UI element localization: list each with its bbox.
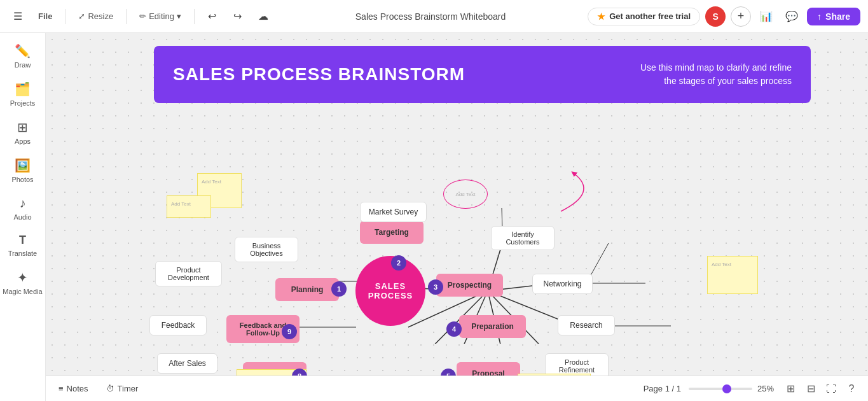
zoom-thumb [722,384,731,393]
after-sales-label: After Sales [169,359,206,368]
sidebar-item-translate[interactable]: T Translate [0,229,45,262]
magic-media-icon: ✦ [17,270,28,285]
pink-oval-note[interactable]: Add Text [443,179,488,209]
product-refinement-label: ProductRefinement [559,358,595,374]
node-planning[interactable]: Planning [275,278,339,301]
node-feedback-sub[interactable]: Feedback [149,315,207,335]
menu-button[interactable]: ☰ [8,6,28,27]
header-banner: SALES PROCESS BRAINSTORM Use this mind m… [154,46,811,103]
market-survey-label: Market Survey [369,208,418,216]
node-proposal[interactable]: Proposal [457,362,520,376]
resize-icon: ⤢ [78,11,85,21]
node-preparation[interactable]: Preparation [459,315,526,338]
zoom-controls: 25% [689,384,774,393]
undo-button[interactable]: ↩ [202,6,223,27]
badge-5: 5 [441,369,456,376]
timer-label: Timer [118,384,139,393]
translate-icon: T [19,234,26,247]
bottom-bar: ≡ Notes ⏱ Timer Page 1 / 1 25% ⊞ ⊟ ⛶ ? [46,376,868,401]
toolbar: ☰ File ⤢ Resize ✏ Editing ▾ ↩ ↪ ☁ Sales … [0,0,868,33]
sidebar-item-apps[interactable]: ⊞ Apps [0,115,45,150]
badge-1: 1 [331,281,347,297]
sidebar-draw-label: Draw [15,61,31,69]
sticky-note-right[interactable]: Add Text [707,256,758,294]
comments-button[interactable]: 💬 [782,6,802,27]
canvas-area[interactable]: SALES PROCESS BRAINSTORM Use this mind m… [46,33,868,401]
apps-icon: ⊞ [17,120,28,135]
node-business-objectives[interactable]: BusinessObjectives [235,237,298,262]
trial-button[interactable]: ★ Get another free trial [588,8,700,25]
list-view-button[interactable]: ⊟ [802,380,820,398]
sidebar-item-draw[interactable]: ✏️ Draw [0,38,45,74]
sticky-note-right-text: Add Text [712,262,731,267]
research-label: Research [570,321,602,330]
divider-1 [65,9,65,24]
badge-9: 9 [282,324,297,339]
view-icons: ⊞ ⊟ ⛶ ? [782,380,860,398]
proposal-label: Proposal [472,369,504,376]
sidebar-apps-label: Apps [15,137,31,145]
zoom-slider[interactable] [689,388,752,390]
planning-label: Planning [291,285,324,294]
business-objectives-label: BusinessObjectives [250,242,282,257]
center-node[interactable]: SALESPROCESS [355,256,425,326]
sidebar-item-photos[interactable]: 🖼️ Photos [0,153,45,188]
chevron-down-icon: ▾ [177,11,181,21]
identify-customers-label: IdentifyCustomers [506,230,539,246]
draw-icon: ✏️ [15,43,31,59]
node-targeting[interactable]: Targeting [360,221,424,244]
projects-icon: 🗂️ [15,81,31,97]
help-button[interactable]: ? [843,380,860,398]
targeting-label: Targeting [375,228,409,237]
badge-4: 4 [446,321,462,337]
product-development-label: ProductDevelopment [168,266,209,281]
node-after-sales[interactable]: After Sales [157,353,217,374]
add-collaborator-button[interactable]: + [731,6,751,27]
banner-subtitle: Use this mind map to clarify and refine … [626,61,792,88]
resize-label: Resize [88,11,113,21]
sticky-note-1-text: Add Text [202,179,221,185]
sidebar-item-projects[interactable]: 🗂️ Projects [0,76,45,112]
node-product-refinement[interactable]: ProductRefinement [545,353,609,376]
node-networking[interactable]: Networking [532,274,593,294]
page-info: Page 1 / 1 [644,384,681,393]
whiteboard[interactable]: SALES PROCESS BRAINSTORM Use this mind m… [46,33,868,376]
node-market-survey[interactable]: Market Survey [360,202,427,222]
fullscreen-button[interactable]: ⛶ [822,380,840,398]
audio-icon: ♪ [20,196,26,211]
redo-button[interactable]: ↪ [228,6,248,27]
node-product-development[interactable]: ProductDevelopment [155,261,222,286]
grid-view-button[interactable]: ⊞ [782,380,799,398]
main-layout: ✏️ Draw 🗂️ Projects ⊞ Apps 🖼️ Photos ♪ A… [0,33,868,401]
sidebar-photos-label: Photos [11,176,33,183]
sidebar-translate-label: Translate [8,250,37,257]
notes-button[interactable]: ≡ Notes [53,381,93,396]
sidebar-item-audio[interactable]: ♪ Audio [0,191,45,226]
sticky-note-2-text: Add Text [171,201,191,207]
divider-3 [194,9,195,24]
share-label: Share [825,11,850,22]
node-identify-customers[interactable]: IdentifyCustomers [491,226,555,250]
sidebar-item-magic-media[interactable]: ✦ Magic Media [0,265,45,300]
avatar-button[interactable]: S [705,6,726,27]
resize-button[interactable]: ⤢ Resize [73,9,118,24]
timer-button[interactable]: ⏱ Timer [101,381,144,396]
node-prospecting[interactable]: Prospecting [436,274,503,297]
cloud-button[interactable]: ☁ [253,6,273,27]
notes-icon: ≡ [59,384,64,393]
editing-label: Editing [149,11,174,21]
networking-label: Networking [543,279,581,288]
sticky-note-2[interactable]: Add Text [167,195,211,218]
analytics-button[interactable]: 📊 [756,6,776,27]
star-icon: ★ [597,11,605,22]
share-button[interactable]: ↑ Share [807,8,860,25]
editing-button[interactable]: ✏ Editing ▾ [134,9,186,24]
file-menu-button[interactable]: File [33,9,57,24]
trial-label: Get another free trial [609,11,691,21]
document-title: Sales Process Brainstorm Whiteboard [279,11,582,22]
badge-3: 3 [428,279,443,295]
edit-icon: ✏ [139,11,146,21]
badge-2: 2 [391,255,406,271]
node-research[interactable]: Research [558,315,615,335]
preparation-label: Preparation [471,322,514,331]
